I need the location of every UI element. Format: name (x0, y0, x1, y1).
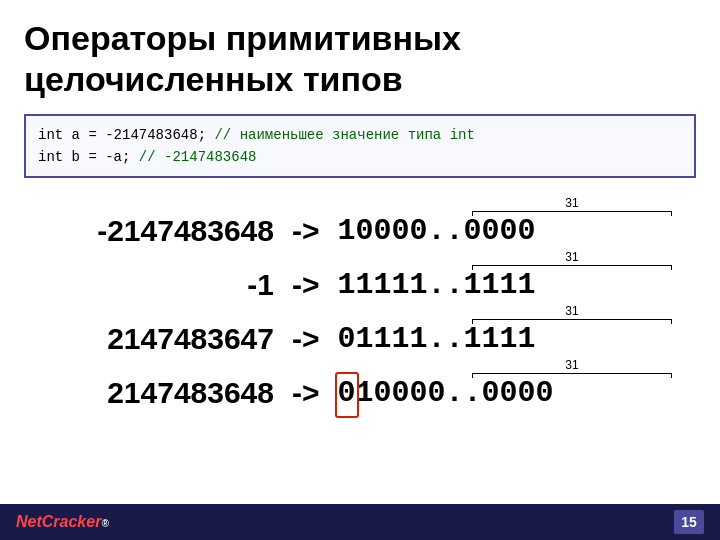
slide: Операторы примитивных целочисленных типо… (0, 0, 720, 540)
logo-cracker: Cracker (42, 513, 102, 530)
code-block: int a = -2147483648; // наименьшее значе… (24, 114, 696, 179)
logo-mark: ® (101, 518, 108, 529)
arrow-0: -> (292, 214, 320, 248)
bracket-line-2 (472, 319, 672, 324)
code-line1: int a = -2147483648; // наименьшее значе… (38, 124, 682, 146)
arrow-3: -> (292, 376, 320, 410)
slide-title: Операторы примитивных целочисленных типо… (24, 18, 696, 100)
data-row-1: -1 -> 11111..1111 (24, 268, 696, 302)
binary-3-rest: 10000..0000 (356, 376, 554, 410)
overflow-indicator: 0 (338, 376, 356, 410)
number-3: 2147483648 (34, 376, 274, 410)
number-0: -2147483648 (34, 214, 274, 248)
number-1: -1 (34, 268, 274, 302)
netcracker-logo: NetCracker® (16, 513, 109, 531)
code-line2: int b = -a; // -2147483648 (38, 146, 682, 168)
logo-text: Net (16, 513, 42, 530)
bracket-line-0 (472, 211, 672, 216)
binary-rows-container: 31 -2147483648 -> 10000..0000 31 -1 -> (24, 196, 696, 410)
bracket-label-3: 31 (472, 358, 672, 372)
bracket-label-0: 31 (472, 196, 672, 210)
arrow-2: -> (292, 322, 320, 356)
bracket-inner-1: 31 (472, 250, 672, 270)
bracket-label-1: 31 (472, 250, 672, 264)
binary-0: 10000..0000 (338, 214, 536, 248)
bracket-row-1: 31 (24, 250, 696, 270)
binary-entry-1: 31 -1 -> 11111..1111 (24, 250, 696, 302)
bottom-bar: NetCracker® 15 (0, 504, 720, 540)
binary-entry-0: 31 -2147483648 -> 10000..0000 (24, 196, 696, 248)
bracket-inner-2: 31 (472, 304, 672, 324)
number-2: 2147483647 (34, 322, 274, 356)
bracket-row-2: 31 (24, 304, 696, 324)
bracket-row-0: 31 (24, 196, 696, 216)
binary-2: 01111..1111 (338, 322, 536, 356)
binary-entry-3: 31 2147483648 -> 010000..0000 (24, 358, 696, 410)
bracket-line-1 (472, 265, 672, 270)
binary-entry-2: 31 2147483647 -> 01111..1111 (24, 304, 696, 356)
bracket-inner-3: 31 (472, 358, 672, 378)
bracket-row-3: 31 (24, 358, 696, 378)
bracket-label-2: 31 (472, 304, 672, 318)
slide-number: 15 (674, 510, 704, 534)
data-row-2: 2147483647 -> 01111..1111 (24, 322, 696, 356)
arrow-1: -> (292, 268, 320, 302)
data-row-3: 2147483648 -> 010000..0000 (24, 376, 696, 410)
binary-3: 010000..0000 (338, 376, 554, 410)
binary-1: 11111..1111 (338, 268, 536, 302)
data-row-0: -2147483648 -> 10000..0000 (24, 214, 696, 248)
bracket-inner-0: 31 (472, 196, 672, 216)
